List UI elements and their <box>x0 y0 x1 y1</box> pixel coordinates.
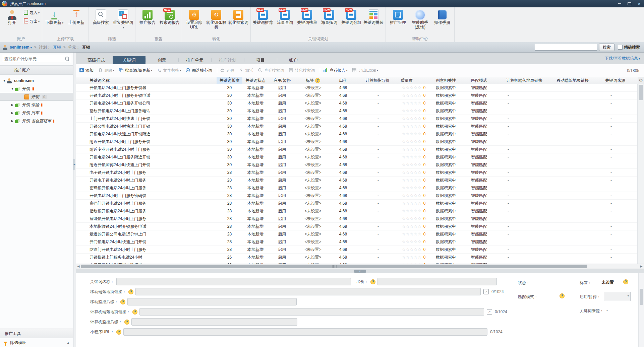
advanced-search-button[interactable]: 高级搜索 <box>90 8 112 25</box>
tab-project[interactable]: 项目 <box>244 56 277 64</box>
table-row[interactable]: 本地指纹锁24小时开锁服务电话28本地新增启用<未设置>4.68-☆☆☆☆☆0数… <box>76 223 644 230</box>
view-search-terms-button[interactable]: 查看搜索词 <box>257 68 284 74</box>
collapse-sidebar-icon[interactable]: ◀ <box>73 159 75 170</box>
column-header-plus[interactable] <box>76 77 85 84</box>
table-row[interactable]: 最近的开锁公司电话15分钟上门28本地新增启用<未设置>4.68-☆☆☆☆☆0数… <box>76 230 644 238</box>
chevron-down-icon[interactable]: ▼ <box>10 87 15 90</box>
help-icon[interactable]: ? <box>116 330 121 335</box>
tab-advanced-style[interactable]: 高级样式 <box>80 56 113 64</box>
activate-button[interactable]: 激活 <box>239 68 253 74</box>
table-row[interactable]: 密码锁开锁电话24小时上门服务28本地新增启用<未设置>4.68-☆☆☆☆☆0数… <box>76 184 644 192</box>
batch-add-update-button[interactable]: 批量添加/更新▾ <box>119 68 152 74</box>
search-term-report-button[interactable]: NEW搜索词报告 <box>159 8 180 25</box>
text-replace-button[interactable]: T文字替换▾ <box>157 68 181 74</box>
external-link-icon[interactable]: ↗ <box>483 289 489 294</box>
horizontal-scrollbar[interactable]: ◀ ▶ <box>76 264 644 269</box>
column-header-pclink[interactable]: 计算机端落地页链接 <box>505 77 555 84</box>
scroll-right-icon[interactable]: ▶ <box>639 264 644 269</box>
help-icon[interactable]: ? <box>124 320 129 325</box>
sidebar-item-tools[interactable]: 推广工具 <box>0 329 73 338</box>
detail-scrollbar[interactable] <box>638 273 644 347</box>
table-row[interactable]: 电子锁开锁电话24小时上门服务28本地新增启用<未设置>4.68-☆☆☆☆☆0数… <box>76 169 644 177</box>
keyword-assemble-button[interactable]: 关键词拼装 <box>363 8 384 25</box>
tab-promotion-plan[interactable]: 推广计划 <box>211 56 244 64</box>
smart-assistant-button[interactable]: 智能助手(反馈) <box>409 8 431 30</box>
tab-account[interactable]: 账户 <box>277 56 310 64</box>
table-row[interactable]: 开锁电话24小时上门服务密码锁28本地新增启用<未设置>4.68-☆☆☆☆☆0数… <box>76 192 644 200</box>
table-row[interactable]: 附近专业开锁电话24小时上门服务30本地新增启用<未设置>4.68-☆☆☆☆☆0… <box>76 146 644 153</box>
help-icon[interactable]: ? <box>132 309 137 315</box>
download-update-button[interactable]: ↓下载更新▾ <box>44 8 65 26</box>
view-report-button[interactable]: 查看报告▾ <box>323 68 347 74</box>
keyword-recommend-button[interactable]: NEW关键词推荐 <box>252 8 274 25</box>
column-header-rel[interactable]: 创意相关性 <box>434 77 470 84</box>
tree-item-plan-kaisuo[interactable]: ▼开锁 <box>0 85 73 93</box>
import-button[interactable]: →导入▾ <box>24 9 40 16</box>
external-link-icon[interactable]: ↗ <box>487 309 492 315</box>
gear-icon[interactable]: ⚙ <box>638 77 644 84</box>
table-row[interactable]: 上门开锁电话24小时快速上门开锁30本地新增启用<未设置>4.68-☆☆☆☆☆0… <box>76 115 644 123</box>
table-row[interactable]: 指纹锁开锁电话24小时上门服务28本地新增启用<未设置>4.68-☆☆☆☆☆0数… <box>76 207 644 215</box>
onoff-select[interactable] <box>604 292 631 301</box>
download-view-data-link[interactable]: 下载/查看数据信息▾ <box>605 56 640 61</box>
scroll-left-icon[interactable]: ◀ <box>76 264 81 269</box>
minimize-button[interactable] <box>615 0 625 7</box>
table-row[interactable]: 开锁电话24小时快速上门开锁附近30本地新增启用<未设置>4.68-☆☆☆☆☆0… <box>76 130 644 138</box>
exact-search-checkbox[interactable] <box>618 45 623 50</box>
table-row[interactable]: 开门锁电话24小时快速上门开锁28本地新增启用<未设置>4.68-☆☆☆☆☆0数… <box>76 238 644 246</box>
table-row[interactable]: 上门开锁24小时开锁电话门锁26本地新增启用<未设置>4.68-☆☆☆☆☆0数据… <box>76 261 644 264</box>
open-button[interactable]: 打开 <box>1 8 23 25</box>
restore-button[interactable]: 还原 <box>220 68 234 74</box>
tree-item-account-senlinsem[interactable]: ▼senlinsem <box>0 77 73 85</box>
chevron-right-icon[interactable]: ▶ <box>10 111 15 115</box>
set-tracking-url-button[interactable]: ⚙设置追踪URL <box>183 8 205 30</box>
table-row[interactable]: 附近开锁电话24小时上门服务开锁30本地新增启用<未设置>4.68-☆☆☆☆☆0… <box>76 138 644 146</box>
bid-price-input[interactable] <box>377 278 497 285</box>
close-button[interactable]: × <box>634 0 644 7</box>
chevron-right-icon[interactable]: ▶ <box>10 119 15 123</box>
export-button[interactable]: →导出▾ <box>24 18 40 25</box>
column-header-quality[interactable]: 质量度 <box>399 77 434 84</box>
convert-search-terms-button[interactable]: 转化搜索词 <box>228 8 249 25</box>
table-row[interactable]: 开锁公司电话24小时快速上门开锁30本地新增启用<未设置>4.68-☆☆☆☆☆0… <box>76 123 644 130</box>
quick-search-input[interactable] <box>535 44 597 51</box>
vertical-scrollbar-thumb[interactable] <box>639 85 643 100</box>
tree-item-unit-kaisuo[interactable]: 开锁0 <box>0 93 73 101</box>
breadcrumb-plan[interactable]: 开锁 <box>53 45 61 50</box>
help-icon[interactable]: ? <box>370 279 375 284</box>
sidebar-search-input[interactable] <box>2 55 71 63</box>
mobile-tracking-suffix-input[interactable] <box>127 298 297 305</box>
vertical-scrollbar[interactable] <box>637 84 644 264</box>
collapse-panel-button[interactable]: ▼ <box>354 270 366 273</box>
column-header-source[interactable]: 关键词来源 <box>604 77 638 84</box>
column-header-match[interactable]: 匹配模式 <box>470 77 505 84</box>
tree-item-plan-kaisuo-shenghui[interactable]: ▶开锁-省会直辖市 <box>0 117 73 125</box>
convert-search-terms-button[interactable]: 转化搜索词 <box>288 68 315 74</box>
horizontal-scrollbar-thumb[interactable] <box>81 265 587 268</box>
pc-landing-url-input[interactable] <box>139 308 484 316</box>
search-button[interactable]: 搜索 <box>599 44 614 51</box>
detail-scrollbar-thumb[interactable] <box>640 289 643 305</box>
chevron-right-icon[interactable]: ▶ <box>10 103 15 107</box>
table-row[interactable]: 密码门开锁电话24小时上门服务28本地新增启用<未设置>4.68-☆☆☆☆☆0数… <box>76 200 644 207</box>
operation-manual-button[interactable]: 操作手册 <box>431 8 453 25</box>
column-header-length[interactable]: 关键词长度 <box>217 77 242 84</box>
help-icon[interactable]: ? <box>315 78 320 83</box>
table-row[interactable]: 防盗门开锁电话24小时上门服务28本地新增启用<未设置>4.68-☆☆☆☆☆0数… <box>76 246 644 254</box>
help-icon[interactable]: ? <box>560 293 565 298</box>
keyword-grouping-button[interactable]: NEW关键词分组 <box>341 8 362 25</box>
column-header-price[interactable]: 出价 <box>331 77 356 84</box>
keyword-name-input[interactable] <box>116 278 351 285</box>
export-excel-button[interactable]: 导出Excel▾ <box>352 68 378 74</box>
maximize-button[interactable] <box>625 0 634 7</box>
breadcrumb-account[interactable]: senlinsem▾ <box>10 45 32 50</box>
tree-item-plan-kaisuo-qiche[interactable]: ▶开锁-汽车 <box>0 109 73 117</box>
pc-tracking-suffix-input[interactable] <box>131 318 297 326</box>
tree-item-plan-kaisuo-baoxian[interactable]: ▶开锁-保险 <box>0 101 73 109</box>
tab-promotion-unit[interactable]: 推广单元 <box>178 56 211 64</box>
promotion-report-button[interactable]: 推广报告 <box>137 8 158 25</box>
column-header-tag[interactable]: 标签? <box>295 77 331 84</box>
select-core-words-button[interactable]: 圈选核心词 <box>185 68 212 74</box>
tab-creative[interactable]: 创意 <box>145 56 178 64</box>
upload-update-button[interactable]: ↑上传更新 <box>66 8 87 25</box>
